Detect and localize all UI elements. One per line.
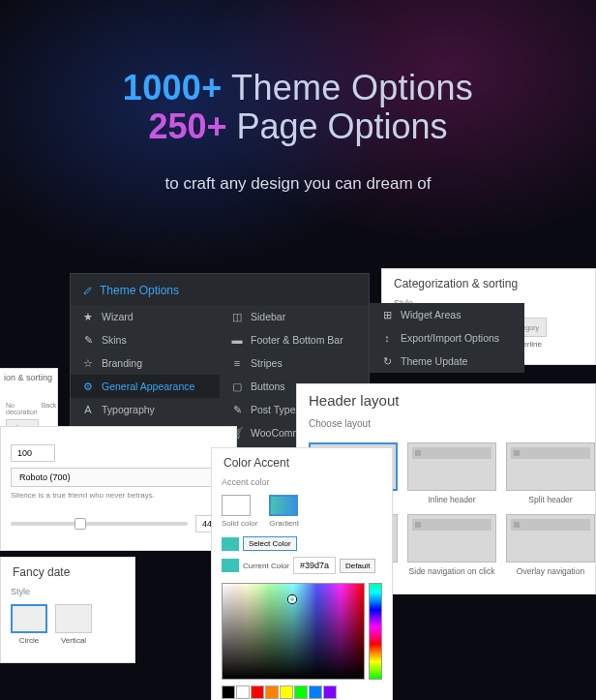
menu-item-sidebar[interactable]: ◫Sidebar [220,305,369,328]
menu-item-general-appearance[interactable]: ⚙General Appearance [71,375,220,398]
palette-swatch[interactable] [265,685,279,699]
menu-item-label: Theme Update [401,355,467,367]
palette-swatch[interactable] [309,685,322,699]
layout-caption: Overlay navigation [506,566,595,576]
menu-item-skins[interactable]: ✎Skins [71,328,220,351]
export-icon: ↕ [381,332,393,344]
layout-thumb [506,514,595,563]
current-color-label: Current Color [243,562,289,570]
menu-item-widget-areas[interactable]: ⊞Widget Areas [370,303,524,326]
subtitle: to craft any design you can dream of [0,174,596,194]
menu-item-branding[interactable]: ☆Branding [71,351,220,375]
tools-icon [82,285,94,296]
swatch-square [222,495,251,516]
categorization-title: Categorization & sorting [382,269,595,298]
color-picker-cursor[interactable] [288,595,296,603]
palette-swatch[interactable] [280,685,293,699]
footer-icon: ▬ [231,334,243,346]
current-color-swatch [222,559,239,572]
layout-option-overlay-navigation[interactable]: Overlay navigation [506,514,595,576]
layout-caption: Side navigation on click [407,566,496,576]
layout-option-inline-header[interactable]: Inline header [407,442,496,504]
headline-1-text: Theme Options [222,68,473,107]
sorting-fragment-title: ion & sorting [4,373,52,382]
palette-swatch[interactable] [222,685,235,699]
widget-icon: ⊞ [381,309,393,320]
star-icon: ☆ [82,357,94,369]
slider-knob[interactable] [74,518,86,530]
slider[interactable] [11,522,188,526]
frag-label-0: No decoration [6,402,38,415]
menu-item-label: Post Types [251,404,301,415]
palette-swatch[interactable] [294,685,308,699]
menu-item-theme-update[interactable]: ↻Theme Update [370,350,524,373]
color-picker[interactable] [222,583,382,680]
palette-swatch[interactable] [251,685,264,699]
menu-item-export-import-options[interactable]: ↕Export/Import Options [370,326,524,350]
color-picker-field[interactable] [222,583,365,680]
misc-panel: Roboto (700) Silence is a true friend wh… [0,426,237,551]
accent-swatch-gradient[interactable]: Gradient [269,495,299,528]
menu-item-label: Skins [102,334,127,346]
hero: 1000+ Theme Options 250+ Page Options to… [0,0,596,194]
header-layout-title: Header layout [297,384,595,416]
fancy-date-title: Fancy date [1,558,134,587]
button-icon: ▢ [231,380,243,392]
fancy-option-circle[interactable]: Circle [11,604,47,645]
menu-item-label: Export/Import Options [401,332,499,344]
swatch-caption: Gradient [269,519,299,528]
swatch-caption: Solid color [222,519,257,528]
theme-options-title: Theme Options [100,284,179,297]
menu-item-label: Sidebar [251,311,285,322]
type-icon: A [82,404,94,415]
font-preview-text: Silence is a true friend who never betra… [11,491,226,500]
menu-item-typography[interactable]: ATypography [71,398,220,421]
layout-caption: Split header [506,495,595,504]
layout-thumb [407,514,496,563]
select-color-swatch [222,537,239,551]
headline-2-text: Page Options [226,107,447,146]
count-2: 250+ [148,107,226,146]
headline-1: 1000+ Theme Options [0,68,596,108]
accent-swatch-solid-color[interactable]: Solid color [222,495,257,528]
fancy-option-caption: Circle [11,636,47,645]
theme-options-header: Theme Options [71,274,369,305]
headline-2: 250+ Page Options [0,107,596,147]
numeric-input[interactable] [11,444,55,462]
menu-item-label: Footer & Bottom Bar [251,334,343,346]
color-accent-title: Color Accent [212,448,392,477]
layout-option-side-navigation-on-click[interactable]: Side navigation on click [407,514,496,576]
brush-icon: ✎ [82,334,94,346]
default-button[interactable]: Default [340,559,375,573]
stripes-icon: ≡ [231,357,243,369]
layout-thumb [407,442,496,491]
fancy-date-panel: Fancy date Style CircleVertical [0,557,135,663]
menu-item-label: General Appearance [102,380,194,392]
menu-item-label: Typography [102,404,155,415]
hex-input[interactable] [293,557,336,574]
hue-slider[interactable] [369,583,382,680]
menu-item-stripes[interactable]: ≡Stripes [220,351,369,375]
menu-item-label: Buttons [251,380,285,392]
fancy-option-vertical[interactable]: Vertical [55,604,92,645]
palette-swatch[interactable] [323,685,337,699]
layout-caption: Inline header [407,495,496,504]
menu-item-label: Stripes [251,357,283,369]
select-color-button[interactable]: Select Color [243,536,297,551]
layout-option-split-header[interactable]: Split header [506,442,595,504]
fancy-option-caption: Vertical [55,636,92,645]
menu-item-label: Widget Areas [401,309,461,320]
fancy-date-style-label: Style [1,587,134,600]
palette-swatch[interactable] [236,685,250,699]
sidebar-icon: ◫ [231,311,243,322]
accent-color-label: Accent color [212,477,392,489]
layout-thumb [506,442,595,491]
font-select[interactable]: Roboto (700) [11,468,226,487]
menu-item-footer-bottom-bar[interactable]: ▬Footer & Bottom Bar [220,328,369,351]
menu-item-wizard[interactable]: ★Wizard [71,305,220,328]
fancy-option-thumb [55,604,92,633]
menu-item-label: Branding [102,357,142,369]
count-1: 1000+ [123,68,223,107]
fancy-option-thumb [11,604,47,633]
color-accent-panel: Color Accent Accent color Solid colorGra… [211,447,393,700]
